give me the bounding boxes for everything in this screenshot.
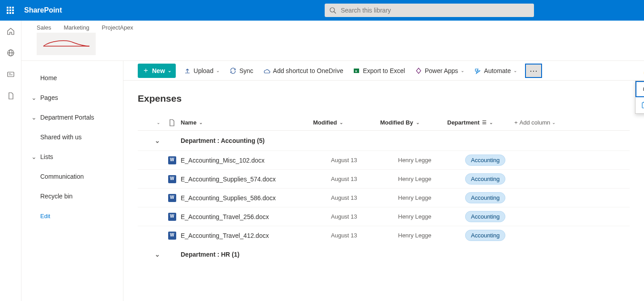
group-header[interactable]: ⌄Department : HR (1) <box>138 245 630 264</box>
table-row[interactable]: E_Accounting_Misc_102.docxAugust 13Henry… <box>138 150 630 169</box>
files-icon[interactable] <box>6 91 15 100</box>
search-icon <box>329 7 336 14</box>
site-header: Sales Marketing ProjectApex <box>21 21 644 61</box>
nav-recycle-bin[interactable]: Recycle bin <box>21 186 123 206</box>
department-pill: Accounting <box>465 230 505 241</box>
export-excel-button[interactable]: x Export to Excel <box>351 64 407 78</box>
more-actions-button[interactable]: ⋯ <box>525 64 542 78</box>
menu-manage-my-alerts[interactable]: Manage my alerts <box>636 97 644 113</box>
word-doc-icon <box>168 213 176 221</box>
upload-button[interactable]: Upload ⌄ <box>182 64 221 78</box>
nav-pages[interactable]: ⌄Pages <box>21 88 123 108</box>
plus-icon: + <box>514 119 518 126</box>
onedrive-icon <box>263 67 270 74</box>
modified-by[interactable]: Henry Legge <box>398 157 465 163</box>
add-shortcut-button[interactable]: Add shortcut to OneDrive <box>261 64 345 78</box>
top-bar: SharePoint <box>0 0 644 21</box>
excel-icon: x <box>353 67 360 74</box>
column-header-modified-by[interactable]: Modified By⌄ <box>380 119 447 126</box>
column-header-modified[interactable]: Modified⌄ <box>313 119 380 126</box>
search-box[interactable] <box>325 4 534 17</box>
automate-icon <box>474 67 481 74</box>
select-all-toggle[interactable]: ⌄ <box>138 120 163 125</box>
file-icon-cell <box>138 194 181 202</box>
hub-link-projectapex[interactable]: ProjectApex <box>102 24 133 31</box>
left-navigation: Home ⌄Pages ⌄Department Portals Shared w… <box>21 61 123 301</box>
chevron-down-icon: ⌄ <box>216 68 220 73</box>
chevron-down-icon: ⌄ <box>31 114 37 121</box>
nav-home[interactable]: Home <box>21 68 123 88</box>
nav-lists[interactable]: ⌄Lists <box>21 147 123 167</box>
chevron-down-icon: ⌄ <box>339 120 343 125</box>
table-row[interactable]: E_Accounting_Travel_412.docxAugust 13Hen… <box>138 226 630 245</box>
table-row[interactable]: E_Accounting_Supplies_586.docxAugust 13H… <box>138 188 630 207</box>
waffle-icon <box>7 7 14 14</box>
more-actions-menu: Alert me Manage my alerts <box>635 81 644 114</box>
home-icon[interactable] <box>6 27 15 36</box>
file-name[interactable]: E_Accounting_Supplies_574.docx <box>181 176 331 183</box>
chevron-down-icon: ⌄ <box>199 120 203 125</box>
sync-button[interactable]: Sync <box>228 64 255 78</box>
modified-by[interactable]: Henry Legge <box>398 176 465 182</box>
nav-communication[interactable]: Communication <box>21 167 123 186</box>
add-column-button[interactable]: +Add column⌄ <box>514 119 577 126</box>
new-button[interactable]: ＋ New ⌄ <box>138 64 176 78</box>
chevron-down-icon: ⌄ <box>155 251 160 258</box>
chevron-down-icon: ⌄ <box>461 68 464 73</box>
nav-edit-link[interactable]: Edit <box>21 206 123 226</box>
table-row[interactable]: E_Accounting_Travel_256.docxAugust 13Hen… <box>138 207 630 226</box>
app-launcher-button[interactable] <box>0 0 21 21</box>
globe-icon[interactable] <box>6 48 15 57</box>
group-label: Department : Accounting (5) <box>163 137 265 144</box>
department-cell: Accounting <box>465 230 505 241</box>
department-pill: Accounting <box>465 211 505 222</box>
search-input[interactable] <box>341 7 530 14</box>
file-name[interactable]: E_Accounting_Misc_102.docx <box>181 157 331 164</box>
plus-icon: ＋ <box>142 66 149 75</box>
library-title: Expenses <box>138 93 630 104</box>
word-doc-icon <box>168 156 176 164</box>
library-pane: ＋ New ⌄ Upload ⌄ Sync A <box>123 61 644 301</box>
chevron-down-icon: ⌄ <box>155 137 160 144</box>
menu-alert-me[interactable]: Alert me <box>636 81 644 97</box>
file-icon-cell <box>138 156 181 164</box>
modified-date: August 13 <box>331 232 398 239</box>
column-header-name[interactable]: Name⌄ <box>181 119 313 126</box>
nav-shared-with-us[interactable]: Shared with us <box>21 127 123 147</box>
group-icon: ☰ <box>482 120 487 125</box>
column-header-department[interactable]: Department ☰ ⌄ <box>447 119 514 126</box>
department-cell: Accounting <box>465 211 505 222</box>
word-doc-icon <box>168 175 176 183</box>
hub-link-marketing[interactable]: Marketing <box>64 24 89 31</box>
modified-by[interactable]: Henry Legge <box>398 232 465 239</box>
group-label: Department : HR (1) <box>163 251 239 258</box>
modified-by[interactable]: Henry Legge <box>398 194 465 201</box>
nav-department-portals[interactable]: ⌄Department Portals <box>21 108 123 127</box>
news-icon[interactable] <box>6 70 15 79</box>
automate-button[interactable]: Automate ⌄ <box>472 64 519 78</box>
file-icon-cell <box>138 213 181 221</box>
word-doc-icon <box>168 194 176 202</box>
department-pill: Accounting <box>465 155 505 166</box>
svg-text:x: x <box>355 69 357 73</box>
app-name[interactable]: SharePoint <box>21 6 62 14</box>
modified-by[interactable]: Henry Legge <box>398 213 465 220</box>
table-row[interactable]: E_Accounting_Supplies_574.docxAugust 13H… <box>138 169 630 188</box>
svg-point-0 <box>330 8 335 12</box>
chevron-down-icon: ⌄ <box>31 94 37 101</box>
chevron-down-icon: ⌄ <box>31 153 37 160</box>
file-icon-cell <box>138 232 181 240</box>
file-name[interactable]: E_Accounting_Supplies_586.docx <box>181 194 331 202</box>
department-cell: Accounting <box>465 173 505 185</box>
file-icon-cell <box>138 175 181 183</box>
file-name[interactable]: E_Accounting_Travel_412.docx <box>181 232 331 239</box>
hub-link-sales[interactable]: Sales <box>37 24 51 31</box>
modified-date: August 13 <box>331 157 398 163</box>
file-name[interactable]: E_Accounting_Travel_256.docx <box>181 213 331 220</box>
group-header[interactable]: ⌄Department : Accounting (5) <box>138 131 630 150</box>
department-cell: Accounting <box>465 155 505 166</box>
power-apps-button[interactable]: Power Apps ⌄ <box>413 64 466 78</box>
site-logo[interactable] <box>37 33 96 55</box>
powerapps-icon <box>415 67 422 74</box>
modified-date: August 13 <box>331 176 398 182</box>
